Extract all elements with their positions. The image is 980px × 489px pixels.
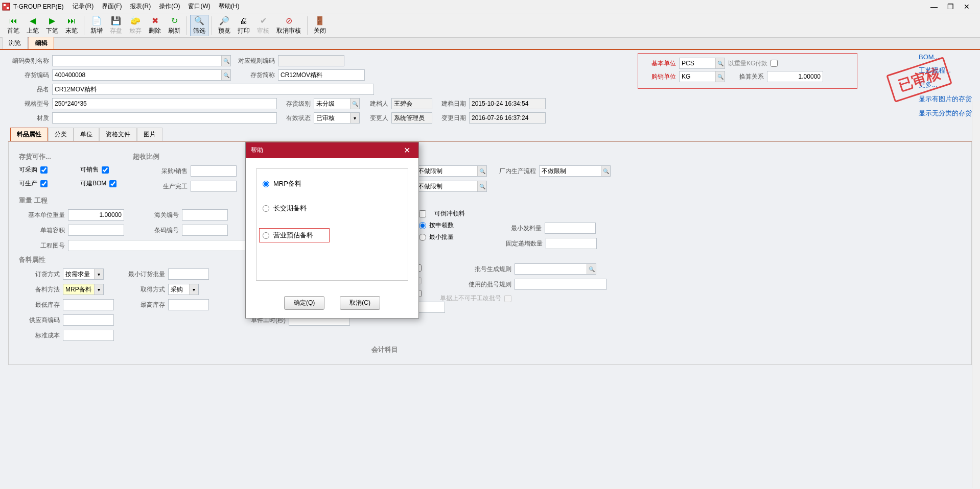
menu-window[interactable]: 窗口(W): [184, 1, 214, 12]
inp-purchsale[interactable]: [191, 165, 237, 177]
inp-boxvol[interactable]: [68, 225, 124, 236]
link-withimg[interactable]: 显示有图片的存货: [919, 94, 972, 104]
chk-weightpay[interactable]: 以重量KG付款: [728, 59, 778, 68]
close-icon[interactable]: ✕: [961, 3, 973, 11]
scrollbar[interactable]: [972, 101, 980, 488]
inp-name[interactable]: [52, 84, 374, 95]
chk-can-sell[interactable]: 可销售: [80, 165, 136, 174]
lookup-icon[interactable]: 🔍: [477, 181, 486, 191]
inp-stdcost[interactable]: [63, 330, 114, 341]
inp-minstock[interactable]: [63, 299, 114, 310]
lookup-icon[interactable]: 🔍: [601, 166, 610, 176]
inp-prodfinish[interactable]: [191, 181, 237, 192]
lbl-supplier: 供应商编码: [19, 316, 60, 325]
delete-icon: ✖: [150, 16, 160, 26]
link-nocat[interactable]: 显示无分类的存货: [919, 109, 972, 118]
lookup-icon[interactable]: 🔍: [715, 71, 725, 82]
inp-maxstock[interactable]: [168, 299, 209, 310]
chk-can-purchase[interactable]: 可采购: [19, 165, 75, 174]
lbl-convert: 换算关系: [728, 72, 764, 81]
radio-byapply[interactable]: 按申领数: [419, 221, 465, 230]
inp-baseweight[interactable]: [68, 209, 124, 221]
dialog-close-icon[interactable]: ✕: [401, 145, 413, 155]
tb-first[interactable]: ⏮首笔: [4, 15, 22, 36]
link-process[interactable]: 工艺流程...: [919, 66, 972, 75]
lookup-icon[interactable]: 🔍: [221, 70, 230, 80]
chk-can-produce[interactable]: 可生产: [19, 179, 75, 188]
inp-nolimit1[interactable]: [415, 165, 487, 177]
tb-discard[interactable]: 🧽放弃: [126, 15, 145, 36]
tb-close[interactable]: 🚪关闭: [311, 15, 329, 36]
inp-category[interactable]: [52, 55, 231, 66]
lookup-icon[interactable]: 🔍: [350, 99, 359, 109]
lookup-icon[interactable]: 🔍: [477, 166, 486, 176]
menu-operation[interactable]: 操作(O): [155, 1, 184, 12]
link-bom[interactable]: BOM...: [919, 53, 972, 61]
tb-print[interactable]: 🖨打印: [235, 15, 253, 36]
menu-help[interactable]: 帮助(H): [215, 1, 244, 12]
chk-reverse[interactable]: 可倒冲领料: [419, 209, 465, 218]
lbl-category: 编码类别名称: [8, 57, 49, 65]
inp-usedlotrule[interactable]: [515, 279, 606, 290]
tb-preview[interactable]: 🔎预览: [215, 15, 234, 36]
lookup-icon[interactable]: 🔍: [715, 58, 725, 68]
tb-filter[interactable]: 🔍筛选: [190, 15, 208, 36]
radio-mrp[interactable]: MRP备料: [263, 179, 402, 188]
inp-modifydate: [469, 112, 546, 124]
inp-material[interactable]: [52, 112, 277, 124]
subtab-image[interactable]: 图片: [137, 128, 162, 141]
lbl-engdraw: 工程图号: [19, 241, 65, 250]
inp-minorder[interactable]: [168, 268, 209, 280]
svg-rect-2: [7, 7, 9, 9]
inp-fixedincr[interactable]: [546, 238, 597, 249]
inp-supplier[interactable]: [63, 314, 114, 326]
inp-minissue[interactable]: [545, 223, 596, 234]
subtab-qualdoc[interactable]: 资格文件: [99, 128, 137, 141]
lbl-acquire: 取得方式: [124, 285, 165, 294]
dropdown-icon[interactable]: ▾: [189, 284, 198, 295]
subtab-unit[interactable]: 单位: [74, 128, 99, 141]
inp-inhouse[interactable]: [539, 165, 611, 177]
radio-minlot[interactable]: 最小批量: [419, 233, 465, 241]
restore-icon[interactable]: ❐: [944, 3, 956, 11]
inp-convert[interactable]: [767, 71, 823, 82]
lookup-icon[interactable]: 🔍: [221, 56, 230, 66]
lookup-icon[interactable]: 🔍: [587, 264, 596, 274]
tb-last[interactable]: ⏭末笔: [62, 15, 81, 36]
subtab-category[interactable]: 分类: [48, 128, 74, 141]
link-more[interactable]: 更多...: [919, 80, 972, 89]
tb-save[interactable]: 💾存盘: [107, 15, 125, 36]
tb-new[interactable]: 📄新增: [87, 15, 106, 36]
inp-abbr[interactable]: [278, 69, 365, 81]
radio-estimate[interactable]: 营业预估备料: [259, 228, 330, 242]
tab-edit[interactable]: 编辑: [29, 37, 54, 49]
menu-record[interactable]: 记录(R): [68, 1, 98, 12]
tb-refresh[interactable]: ↻刷新: [165, 15, 183, 36]
dropdown-icon[interactable]: ▾: [350, 113, 359, 123]
tb-prev[interactable]: ◀上笔: [24, 15, 42, 36]
minimize-icon[interactable]: —: [928, 3, 940, 11]
inp-nolimit2[interactable]: [415, 181, 487, 192]
dropdown-icon[interactable]: ▾: [94, 269, 103, 279]
cancel-button[interactable]: 取消(C): [340, 296, 380, 310]
tb-audit[interactable]: ✔审核: [254, 15, 272, 36]
inp-spec[interactable]: [52, 98, 277, 109]
tb-next[interactable]: ▶下笔: [43, 15, 61, 36]
menu-report[interactable]: 报表(R): [126, 1, 155, 12]
first-icon: ⏮: [8, 16, 18, 26]
inp-customs[interactable]: [182, 209, 228, 221]
tb-unaudit[interactable]: ⊘取消审核: [273, 15, 304, 36]
tab-browse[interactable]: 浏览: [2, 37, 28, 49]
tb-delete[interactable]: ✖删除: [146, 15, 164, 36]
menu-interface[interactable]: 界面(F): [98, 1, 126, 12]
inp-barcode[interactable]: [182, 225, 228, 236]
subtab-attr[interactable]: 料品属性: [10, 128, 48, 141]
chk-can-bom[interactable]: 可建BOM: [80, 179, 136, 188]
lbl-rule: 对应规则编码: [234, 57, 275, 65]
dropdown-icon[interactable]: ▾: [94, 284, 103, 295]
radio-longlead[interactable]: 长交期备料: [263, 204, 402, 213]
inp-lotgenrule[interactable]: [515, 263, 596, 275]
door-icon: 🚪: [315, 16, 325, 26]
inp-code[interactable]: [52, 69, 231, 81]
ok-button[interactable]: 确定(Q): [284, 296, 324, 310]
